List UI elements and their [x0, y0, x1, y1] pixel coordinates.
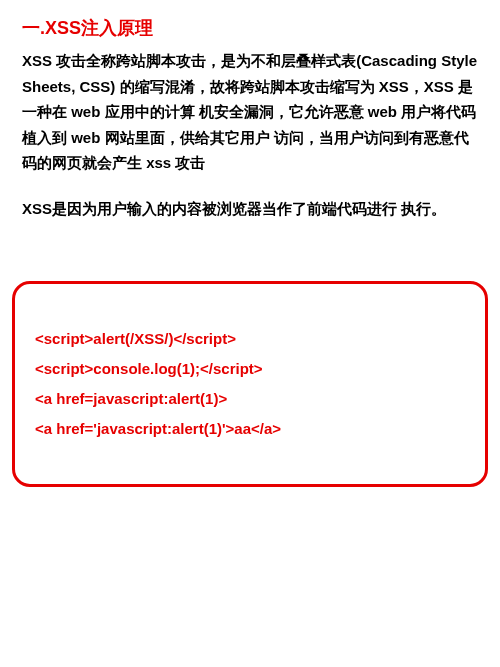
section-heading: 一.XSS注入原理 — [22, 16, 478, 40]
code-line-4: <a href='javascript:alert(1)'>aa</a> — [35, 414, 465, 444]
code-line-3: <a href=javascript:alert(1)> — [35, 384, 465, 414]
summary-paragraph: XSS是因为用户输入的内容被浏览器当作了前端代码进行 执行。 — [22, 196, 478, 222]
code-example-box: <script>alert(/XSS/)</script> <script>co… — [12, 281, 488, 487]
code-line-1: <script>alert(/XSS/)</script> — [35, 324, 465, 354]
code-line-2: <script>console.log(1);</script> — [35, 354, 465, 384]
intro-paragraph: XSS 攻击全称跨站脚本攻击，是为不和层叠样式表(Cascading Style… — [22, 48, 478, 176]
